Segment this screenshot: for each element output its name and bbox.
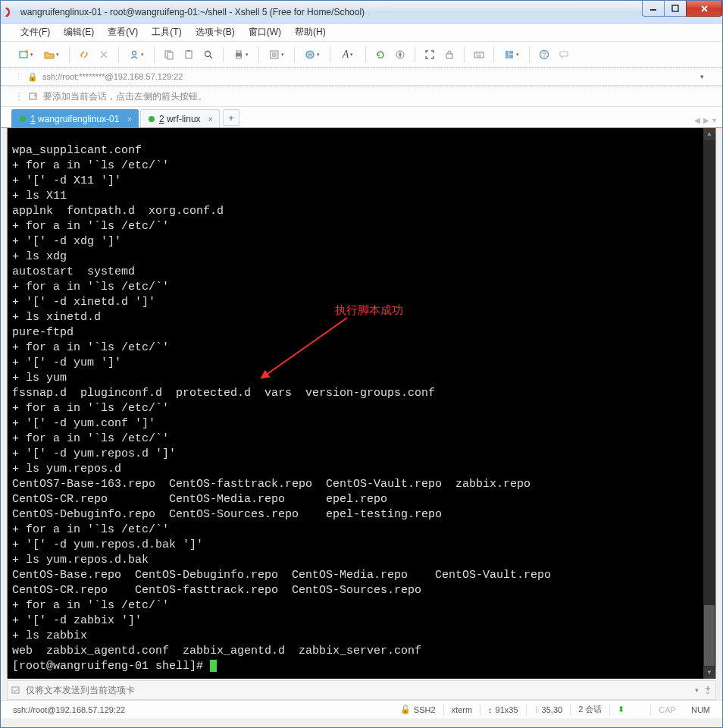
menu-view[interactable]: 查看(V): [102, 24, 144, 40]
toolbar-separator: [258, 47, 259, 62]
menu-edit[interactable]: 编辑(E): [58, 24, 100, 40]
annotation-arrow: [258, 313, 356, 381]
menu-help[interactable]: 帮助(H): [289, 24, 332, 40]
svg-rect-6: [186, 51, 192, 58]
tab-bar: 1 wangruifenglinux-01 × 2 wrf-linux × + …: [1, 107, 722, 128]
window-controls: [643, 1, 722, 17]
svg-text:?: ?: [542, 51, 546, 58]
copy-button[interactable]: [161, 46, 177, 63]
properties-button[interactable]: [265, 46, 288, 63]
tab-close-button[interactable]: ×: [208, 115, 213, 124]
maximize-button[interactable]: [664, 1, 687, 17]
lock-button[interactable]: [441, 46, 458, 63]
reconnect-button[interactable]: [76, 46, 92, 63]
open-session-button[interactable]: [40, 46, 63, 63]
close-button[interactable]: [686, 1, 722, 17]
layout-button[interactable]: [500, 46, 523, 63]
status-cap: CAP: [659, 705, 676, 714]
find-button[interactable]: [200, 46, 217, 63]
menu-tabs[interactable]: 选项卡(B): [189, 24, 241, 40]
pin-button[interactable]: [703, 686, 712, 695]
svg-rect-16: [474, 52, 484, 58]
toolbar-separator: [415, 47, 415, 62]
scroll-thumb[interactable]: [704, 605, 715, 666]
scroll-up-button[interactable]: ▲: [703, 128, 715, 140]
toolbar: A ?: [1, 42, 722, 67]
font-button[interactable]: A: [336, 46, 359, 63]
scroll-track[interactable]: [703, 140, 715, 604]
send-dropdown[interactable]: ▾: [695, 686, 699, 694]
address-dropdown[interactable]: ▾: [700, 73, 704, 80]
toolbar-separator: [464, 47, 465, 62]
window-titlebar: wangruifenglinux-01 - root@wangruifeng-0…: [1, 1, 722, 24]
menu-tools[interactable]: 工具(T): [146, 24, 187, 40]
terminal-scrollbar[interactable]: ▲ ▼: [703, 128, 715, 679]
profile-button[interactable]: [125, 46, 148, 63]
infobar-grip-icon: ⋮: [14, 91, 23, 102]
toolbar-separator: [223, 47, 224, 62]
svg-rect-17: [505, 51, 509, 58]
status-sessions: 2 会话: [578, 704, 602, 715]
tab-label: 2 wrf-linux: [159, 114, 201, 124]
toolbar-separator: [294, 47, 295, 62]
terminal-cursor: [210, 660, 217, 672]
paste-button[interactable]: [180, 46, 197, 63]
svg-rect-1: [672, 5, 678, 11]
tab-wrf-linux[interactable]: 2 wrf-linux ×: [140, 109, 220, 127]
add-session-icon[interactable]: [28, 91, 39, 102]
status-bar: ssh://root@192.168.57.129:22 🔓SSH2 xterm…: [1, 700, 722, 718]
status-connection: ssh://root@192.168.57.129:22: [13, 705, 385, 714]
svg-rect-19: [509, 55, 513, 58]
status-num: NUM: [691, 705, 710, 714]
toolbar-separator: [365, 47, 366, 62]
svg-rect-24: [12, 687, 19, 693]
menu-bar: 文件(F) 编辑(E) 查看(V) 工具(T) 选项卡(B) 窗口(W) 帮助(…: [1, 24, 722, 42]
print-button[interactable]: [230, 46, 252, 63]
status-dot-icon: [20, 116, 26, 122]
tab-next-button[interactable]: ▶: [703, 116, 709, 124]
svg-rect-10: [236, 51, 241, 53]
menu-window[interactable]: 窗口(W): [243, 24, 287, 40]
tab-wangruifenglinux-01[interactable]: 1 wangruifenglinux-01 ×: [11, 109, 139, 127]
tab-list-button[interactable]: ▾: [712, 116, 716, 124]
toolbar-separator: [330, 47, 330, 62]
tab-close-button[interactable]: ×: [127, 115, 131, 124]
toolbar-separator: [69, 47, 70, 62]
address-url[interactable]: ssh://root:********@192.168.57.129:22: [42, 72, 183, 81]
annotation-text: 执行脚本成功: [335, 303, 403, 318]
compass-button[interactable]: [392, 46, 408, 63]
toolbar-separator: [493, 47, 494, 62]
toolbar-separator: [529, 47, 530, 62]
svg-rect-18: [509, 51, 513, 54]
keyboard-button[interactable]: [471, 46, 487, 63]
globe-button[interactable]: [301, 46, 324, 63]
menu-file[interactable]: 文件(F): [14, 24, 56, 40]
send-bar: ▾: [7, 680, 716, 700]
refresh-button[interactable]: [372, 46, 389, 63]
address-bar: ⋮ 🔒 ssh://root:********@192.168.57.129:2…: [1, 67, 722, 86]
info-bar: ⋮ 要添加当前会话，点击左侧的箭头按钮。: [1, 86, 722, 107]
scroll-down-button[interactable]: ▼: [703, 667, 715, 679]
send-icon[interactable]: [11, 685, 21, 695]
svg-line-23: [265, 318, 347, 375]
svg-rect-15: [446, 54, 452, 58]
fullscreen-button[interactable]: [421, 46, 438, 63]
status-traffic: ⬍: [618, 704, 643, 714]
minimize-button[interactable]: [642, 1, 665, 17]
lock-icon: 🔓: [400, 704, 411, 714]
status-size: ↕91x35: [488, 705, 518, 714]
app-icon: [4, 6, 16, 18]
chat-button[interactable]: [556, 46, 572, 63]
terminal-output: wpa_supplicant.conf + for a in '`ls /etc…: [12, 144, 551, 657]
send-input[interactable]: [26, 685, 690, 695]
terminal-prompt: [root@wangruifeng-01 shell]#: [12, 660, 210, 673]
new-tab-button[interactable]: +: [223, 109, 239, 126]
disconnect-button[interactable]: [95, 46, 112, 63]
help-button[interactable]: ?: [536, 46, 552, 63]
terminal-pane[interactable]: wpa_supplicant.conf + for a in '`ls /etc…: [7, 128, 716, 679]
tab-prev-button[interactable]: ◀: [694, 116, 700, 124]
infobar-hint: 要添加当前会话，点击左侧的箭头按钮。: [43, 90, 207, 103]
window-title: wangruifenglinux-01 - root@wangruifeng-0…: [20, 7, 719, 17]
new-session-button[interactable]: [14, 46, 37, 63]
svg-rect-7: [187, 50, 190, 52]
